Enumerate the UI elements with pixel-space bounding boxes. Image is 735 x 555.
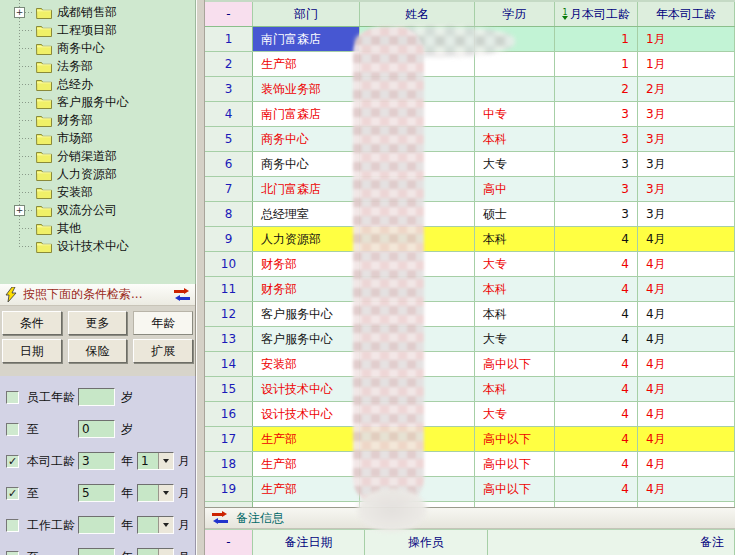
cell-months-tenure[interactable]: 1 bbox=[555, 27, 638, 51]
cell-education[interactable]: 高中以下 bbox=[475, 452, 555, 476]
cell-months-tenure[interactable]: 3 bbox=[555, 177, 638, 201]
row-number-cell[interactable]: 15 bbox=[205, 377, 253, 401]
cell-dept[interactable]: 设计技术中心 bbox=[253, 402, 360, 426]
row-number-cell[interactable]: 14 bbox=[205, 352, 253, 376]
cell-months-tenure[interactable]: 3 bbox=[555, 127, 638, 151]
filter-button-age[interactable]: 年龄 bbox=[133, 311, 193, 335]
row-number-cell[interactable]: 8 bbox=[205, 202, 253, 226]
cell-months-tenure[interactable]: 4 bbox=[555, 227, 638, 251]
cell-years-tenure[interactable]: 4月 bbox=[638, 452, 735, 476]
notes-column-header-operator[interactable]: 操作员 bbox=[365, 530, 488, 555]
cell-education[interactable]: 大专 bbox=[475, 252, 555, 276]
swap-arrows-icon[interactable] bbox=[212, 512, 228, 524]
dropdown-arrow-button[interactable] bbox=[158, 453, 173, 469]
cell-dept[interactable]: 财务部 bbox=[253, 252, 360, 276]
cell-name[interactable] bbox=[360, 502, 475, 507]
cell-name[interactable] bbox=[360, 77, 475, 101]
cell-name[interactable] bbox=[360, 402, 475, 426]
cell-name[interactable] bbox=[360, 477, 475, 501]
tree-expand-icon[interactable]: + bbox=[14, 7, 25, 18]
work-years-to-checkbox[interactable] bbox=[6, 551, 19, 555]
cell-education[interactable]: 高中以下 bbox=[475, 352, 555, 376]
cell-dept[interactable]: 南门富森店 bbox=[253, 102, 360, 126]
cell-years-tenure[interactable]: 4月 bbox=[638, 402, 735, 426]
column-header-months-tenure[interactable]: 1月本司工龄 bbox=[555, 2, 638, 26]
row-number-cell[interactable]: 7 bbox=[205, 177, 253, 201]
cell-months-tenure[interactable]: 4 bbox=[555, 452, 638, 476]
cell-months-tenure[interactable]: 2 bbox=[555, 77, 638, 101]
cell-education[interactable]: 高中以下 bbox=[475, 477, 555, 501]
cell-months-tenure[interactable]: 4 bbox=[555, 377, 638, 401]
employee-age-to-checkbox[interactable] bbox=[6, 423, 19, 436]
cell-education[interactable] bbox=[475, 27, 555, 51]
tree-item-other[interactable]: 其他 bbox=[0, 219, 195, 237]
work-years-checkbox[interactable] bbox=[6, 519, 19, 532]
cell-years-tenure[interactable]: 4月 bbox=[638, 302, 735, 326]
tree-item-customer-service[interactable]: 客户服务中心 bbox=[0, 93, 195, 111]
cell-dept[interactable]: 设计技术中心 bbox=[253, 377, 360, 401]
cell-months-tenure[interactable]: 3 bbox=[555, 202, 638, 226]
company-years-to-month-select[interactable] bbox=[137, 484, 174, 502]
tree-item-distribution[interactable]: 分销渠道部 bbox=[0, 147, 195, 165]
cell-months-tenure[interactable]: 4 bbox=[555, 302, 638, 326]
column-header-years-tenure[interactable]: 年本司工龄 bbox=[638, 2, 735, 26]
tree-item-hr[interactable]: 人力资源部 bbox=[0, 165, 195, 183]
filter-button-insurance[interactable]: 保险 bbox=[68, 339, 128, 363]
cell-education[interactable]: 本科 bbox=[475, 377, 555, 401]
row-number-cell[interactable]: 18 bbox=[205, 452, 253, 476]
cell-education[interactable] bbox=[475, 52, 555, 76]
cell-education[interactable]: 大专 bbox=[475, 327, 555, 351]
cell-dept[interactable]: 客户服务中心 bbox=[253, 302, 360, 326]
company-years-month-select[interactable]: 1 bbox=[137, 452, 174, 470]
tree-item-design-tech[interactable]: 设计技术中心 bbox=[0, 237, 195, 255]
column-header-dept[interactable]: 部门 bbox=[253, 2, 360, 26]
company-years-to-checkbox[interactable]: ✓ bbox=[6, 487, 19, 500]
cell-education[interactable]: 本科 bbox=[475, 127, 555, 151]
cell-education[interactable]: 硕士 bbox=[475, 202, 555, 226]
cell-months-tenure[interactable]: 4 bbox=[555, 252, 638, 276]
cell-months-tenure[interactable]: 4 bbox=[555, 402, 638, 426]
cell-name[interactable] bbox=[360, 227, 475, 251]
tree-item-chengdu-sales[interactable]: +成都销售部 bbox=[0, 3, 195, 21]
tree-item-marketing[interactable]: 市场部 bbox=[0, 129, 195, 147]
tree-item-shuangliu-branch[interactable]: +双流分公司 bbox=[0, 201, 195, 219]
tree-item-gm-office[interactable]: 总经办 bbox=[0, 75, 195, 93]
cell-years-tenure[interactable]: 3月 bbox=[638, 202, 735, 226]
cell-months-tenure[interactable]: 4 bbox=[555, 352, 638, 376]
notes-column-header-note[interactable]: 备注 bbox=[488, 530, 735, 555]
row-number-cell[interactable]: 12 bbox=[205, 302, 253, 326]
row-number-cell[interactable]: 3 bbox=[205, 77, 253, 101]
cell-years-tenure[interactable]: 3月 bbox=[638, 177, 735, 201]
notes-column-header-note-date[interactable]: 备注日期 bbox=[253, 530, 365, 555]
cell-years-tenure[interactable]: 4月 bbox=[638, 502, 735, 507]
filter-button-date[interactable]: 日期 bbox=[2, 339, 62, 363]
cell-dept[interactable]: 客户服务中心 bbox=[253, 327, 360, 351]
cell-dept[interactable]: 安装部 bbox=[253, 352, 360, 376]
cell-dept[interactable]: 生产部 bbox=[253, 427, 360, 451]
tree-item-legal[interactable]: 法务部 bbox=[0, 57, 195, 75]
cell-years-tenure[interactable]: 4月 bbox=[638, 477, 735, 501]
cell-education[interactable]: 大专 bbox=[475, 402, 555, 426]
cell-dept[interactable]: 总经理室 bbox=[253, 202, 360, 226]
cell-name[interactable] bbox=[360, 327, 475, 351]
cell-years-tenure[interactable]: 2月 bbox=[638, 77, 735, 101]
cell-months-tenure[interactable]: 4 bbox=[555, 477, 638, 501]
employee-age-input[interactable] bbox=[78, 388, 115, 406]
cell-education[interactable]: 本科 bbox=[475, 227, 555, 251]
cell-years-tenure[interactable]: 4月 bbox=[638, 227, 735, 251]
cell-dept[interactable]: 装饰业务部 bbox=[253, 77, 360, 101]
cell-name[interactable] bbox=[360, 27, 475, 51]
cell-name[interactable] bbox=[360, 452, 475, 476]
panel-splitter[interactable] bbox=[196, 0, 205, 555]
company-years-to-input[interactable] bbox=[78, 484, 115, 502]
cell-dept[interactable]: 财务部 bbox=[253, 277, 360, 301]
cell-years-tenure[interactable]: 3月 bbox=[638, 152, 735, 176]
company-years-input[interactable] bbox=[78, 452, 115, 470]
cell-dept[interactable]: 人力资源部 bbox=[253, 227, 360, 251]
row-number-cell[interactable]: 20 bbox=[205, 502, 253, 507]
row-number-cell[interactable]: 9 bbox=[205, 227, 253, 251]
row-number-cell[interactable]: 4 bbox=[205, 102, 253, 126]
cell-years-tenure[interactable]: 1月 bbox=[638, 27, 735, 51]
tree-item-engineering-project[interactable]: 工程项目部 bbox=[0, 21, 195, 39]
work-years-input[interactable] bbox=[78, 516, 115, 534]
